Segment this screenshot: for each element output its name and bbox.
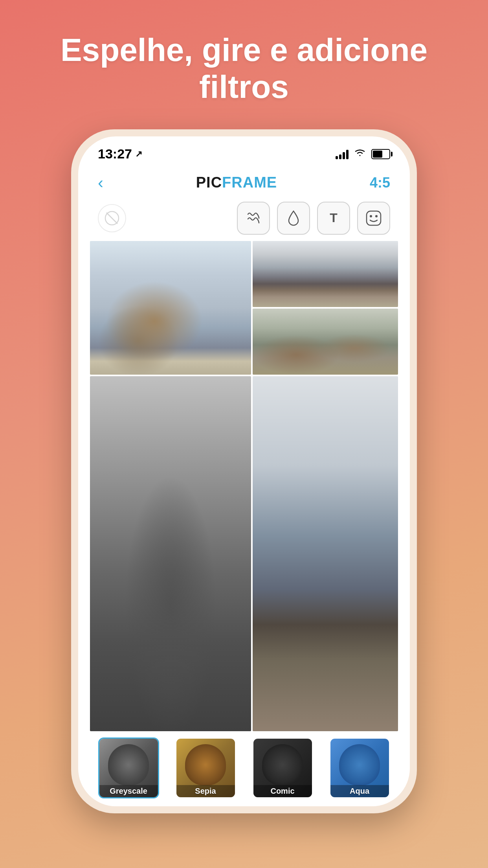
- location-arrow-icon: ↗: [135, 149, 142, 159]
- filter-sepia-label: Sepia: [176, 785, 235, 797]
- filter-sepia-thumb[interactable]: Sepia: [175, 737, 236, 798]
- filter-sepia[interactable]: Sepia: [167, 737, 244, 798]
- toolbar-left: [98, 204, 227, 232]
- photo-monkeys-hot: [253, 309, 398, 375]
- grid-row-top: [90, 241, 398, 375]
- filter-aqua-thumb[interactable]: Aqua: [329, 737, 390, 798]
- filter-greyscale-label: Greyscale: [99, 785, 158, 797]
- filter-aqua[interactable]: Aqua: [321, 737, 398, 798]
- title-frame: FRAME: [222, 174, 277, 191]
- color-tool-button[interactable]: [277, 202, 310, 235]
- filter-strip: Greyscale Sepia: [78, 731, 410, 806]
- status-icons: [336, 148, 390, 160]
- nav-bar: ‹ PICFRAME 4:5: [78, 168, 410, 198]
- title-pic: PIC: [196, 174, 222, 191]
- svg-point-4: [375, 215, 378, 217]
- time-display: 13:27: [98, 146, 132, 162]
- toolbar: T: [78, 198, 410, 241]
- toolbar-right: T: [237, 202, 390, 235]
- phone-screen: 13:27 ↗: [78, 136, 410, 806]
- text-tool-button[interactable]: T: [317, 202, 350, 235]
- filter-greyscale[interactable]: Greyscale: [90, 737, 167, 798]
- app-title: PICFRAME: [196, 174, 277, 191]
- photo-village-top: [253, 241, 398, 307]
- grid-col-right-bottom: [253, 376, 398, 731]
- battery-icon: [371, 149, 390, 159]
- filter-aqua-label: Aqua: [330, 785, 389, 797]
- back-button[interactable]: ‹: [98, 173, 103, 192]
- filter-comic-thumb[interactable]: Comic: [252, 737, 313, 798]
- grid-row-bottom: [90, 376, 398, 731]
- svg-line-1: [106, 213, 117, 224]
- photo-monkey-grey: [90, 376, 251, 731]
- svg-rect-2: [367, 211, 381, 225]
- svg-point-3: [370, 215, 372, 217]
- phone-frame: 13:27 ↗: [71, 129, 417, 813]
- filter-tool-button[interactable]: [237, 202, 270, 235]
- filter-comic-label: Comic: [253, 785, 312, 797]
- aspect-ratio[interactable]: 4:5: [370, 175, 390, 191]
- photo-monkey-grey-cell[interactable]: [90, 376, 251, 731]
- phone-notch: [189, 136, 299, 157]
- photo-village-top-cell[interactable]: [253, 241, 398, 307]
- status-time: 13:27 ↗: [98, 146, 142, 162]
- filter-comic[interactable]: Comic: [244, 737, 321, 798]
- photo-monkey-jump-cell[interactable]: [90, 241, 251, 375]
- signal-icon: [336, 149, 349, 159]
- grid-col-right: [253, 241, 398, 375]
- photo-grid: [78, 241, 410, 731]
- filter-greyscale-thumb[interactable]: Greyscale: [98, 737, 159, 798]
- photo-village-bottom-cell[interactable]: [253, 376, 398, 731]
- photo-monkeys-hot-cell[interactable]: [253, 309, 398, 375]
- text-icon: T: [330, 211, 338, 225]
- disabled-tool-button: [98, 204, 126, 232]
- battery-fill: [373, 151, 382, 158]
- wifi-icon: [354, 148, 366, 160]
- photo-monkey-jump: [90, 241, 251, 375]
- photo-village-bottom: [253, 376, 398, 731]
- sticker-tool-button[interactable]: [357, 202, 390, 235]
- page-headline: Espelhe, gire e adicione filtros: [0, 0, 488, 129]
